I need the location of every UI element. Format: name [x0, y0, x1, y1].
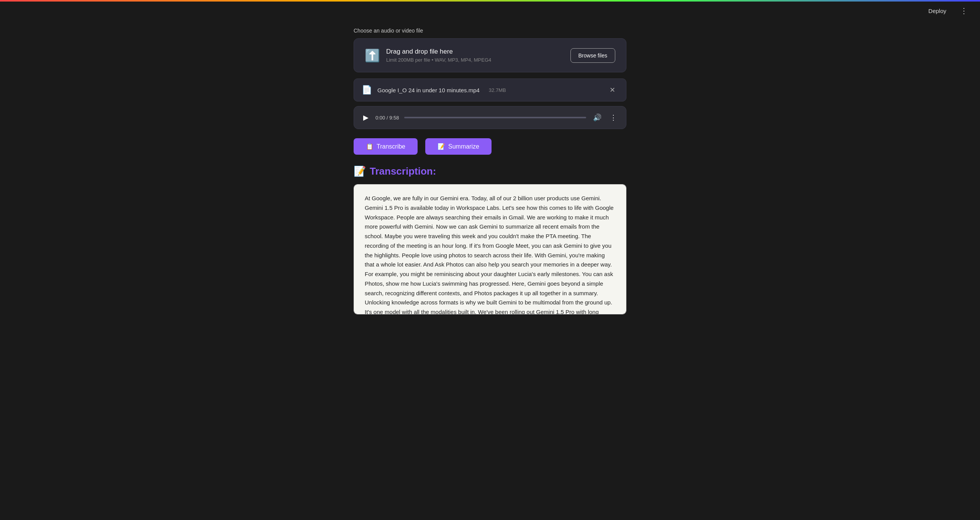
audio-player: ▶ 0:00 / 9:58 🔊 ⋮ — [354, 106, 626, 129]
header: Deploy ⋮ — [0, 2, 980, 20]
upload-subtitle: Limit 200MB per file • WAV, MP3, MP4, MP… — [386, 57, 491, 63]
file-row: 📄 Google I_O 24 in under 10 minutes.mp4 … — [354, 78, 626, 101]
upload-cloud-icon: ⬆️ — [365, 48, 380, 63]
main-content: Choose an audio or video file ⬆️ Drag an… — [344, 20, 636, 330]
transcribe-label: Transcribe — [377, 143, 405, 150]
file-left: 📄 Google I_O 24 in under 10 minutes.mp4 … — [362, 85, 506, 95]
drag-drop-title: Drag and drop file here — [386, 48, 491, 56]
upload-left: ⬆️ Drag and drop file here Limit 200MB p… — [365, 48, 491, 63]
progress-bar[interactable] — [404, 117, 586, 118]
summarize-icon: 📝 — [438, 143, 445, 150]
transcribe-icon: 📋 — [366, 143, 374, 150]
deploy-button[interactable]: Deploy — [924, 5, 951, 16]
browse-files-button[interactable]: Browse files — [570, 48, 615, 63]
transcription-text: At Google, we are fully in our Gemini er… — [365, 194, 615, 314]
action-buttons: 📋 Transcribe 📝 Summarize — [354, 138, 626, 155]
upload-dropzone[interactable]: ⬆️ Drag and drop file here Limit 200MB p… — [354, 38, 626, 72]
summarize-label: Summarize — [448, 143, 479, 150]
section-label: Choose an audio or video file — [354, 28, 626, 34]
file-size: 32.7MB — [489, 87, 506, 93]
transcription-text-box[interactable]: At Google, we are fully in our Gemini er… — [354, 184, 626, 314]
time-display: 0:00 / 9:58 — [375, 115, 399, 121]
play-button[interactable]: ▶ — [362, 112, 370, 123]
transcription-title: Transcription: — [370, 165, 436, 177]
upload-text: Drag and drop file here Limit 200MB per … — [386, 48, 491, 63]
summarize-button[interactable]: 📝 Summarize — [425, 138, 492, 155]
menu-icon-button[interactable]: ⋮ — [957, 5, 971, 17]
remove-file-button[interactable]: ✕ — [606, 84, 618, 96]
transcribe-button[interactable]: 📋 Transcribe — [354, 138, 418, 155]
file-document-icon: 📄 — [362, 85, 372, 95]
volume-button[interactable]: 🔊 — [592, 112, 603, 123]
player-more-button[interactable]: ⋮ — [608, 112, 618, 123]
transcription-header: 📝 Transcription: — [354, 165, 626, 177]
transcription-icon: 📝 — [354, 165, 366, 177]
file-name: Google I_O 24 in under 10 minutes.mp4 — [377, 87, 480, 93]
